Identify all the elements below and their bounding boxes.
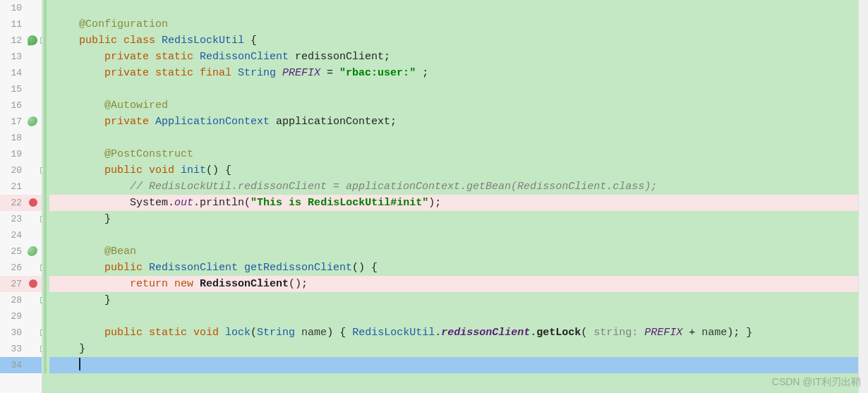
gutter-line[interactable]: 33 — [0, 341, 42, 357]
code-token: ( — [251, 327, 257, 339]
code-token: // RedisLockUtil.redissonClient = applic… — [130, 181, 657, 193]
code-token: static — [155, 67, 200, 79]
code-token: public — [104, 164, 149, 176]
code-token: lock — [225, 327, 251, 339]
code-line[interactable]: System.out.println("This is RedisLockUti… — [49, 195, 858, 211]
code-token: } — [104, 294, 111, 306]
code-token: new — [174, 278, 200, 290]
code-line[interactable]: @Configuration — [49, 16, 858, 32]
code-line[interactable]: } — [49, 292, 858, 308]
overview-ruler[interactable] — [858, 0, 868, 393]
gutter-line[interactable]: 13 — [0, 49, 42, 65]
gutter-line[interactable]: 15 — [0, 81, 42, 97]
code-token: redissonClient — [441, 327, 530, 339]
code-token: return — [130, 278, 174, 290]
code-token: (); — [289, 278, 308, 290]
code-line[interactable]: public void init() { — [49, 162, 858, 179]
code-token: redissonClient — [295, 51, 384, 63]
spring-icon[interactable] — [26, 34, 39, 47]
code-token: { — [251, 35, 257, 47]
code-token: } — [79, 343, 85, 355]
gutter-line[interactable]: 19 — [0, 146, 42, 162]
gutter-line[interactable]: 14 — [0, 65, 42, 81]
code-token: out — [174, 197, 193, 209]
code-area[interactable]: @Configuration public class RedisLockUti… — [49, 0, 858, 393]
gutter-line[interactable]: 17 — [0, 114, 42, 130]
code-token: applicationContext — [276, 116, 390, 128]
code-token: getRedissonClient — [244, 262, 352, 274]
code-token: String — [238, 67, 282, 79]
code-line[interactable] — [49, 0, 858, 16]
gutter-line[interactable]: 21 — [0, 179, 42, 195]
gutter-line[interactable]: 29 — [0, 308, 42, 325]
gutter-line[interactable]: 11 — [0, 16, 42, 32]
breakpoint-icon[interactable] — [29, 279, 37, 288]
gutter-line[interactable]: 16 — [0, 97, 42, 114]
code-token: . — [168, 197, 174, 209]
code-token: println( — [200, 197, 251, 209]
code-token: @PostConstruct — [104, 148, 193, 160]
code-token: final — [200, 67, 238, 79]
gutter-line[interactable]: 23 — [0, 211, 42, 227]
gutter-line[interactable]: 10 — [0, 0, 42, 16]
code-token: RedissonClient — [200, 51, 295, 63]
code-line[interactable] — [49, 308, 858, 325]
code-token: "rbac:user:" — [339, 67, 422, 79]
code-token: ( — [581, 327, 593, 339]
code-line[interactable] — [49, 81, 858, 97]
code-line[interactable]: return new RedissonClient(); — [49, 276, 858, 292]
code-token: private — [104, 67, 155, 79]
line-number-gutter[interactable]: 1011121314151617181920212223242526272829… — [0, 0, 42, 393]
code-line[interactable]: } — [49, 341, 858, 357]
code-line[interactable]: public RedissonClient getRedissonClient(… — [49, 260, 858, 276]
code-token: name — [301, 327, 327, 339]
code-line[interactable]: } — [49, 211, 858, 227]
bean-icon[interactable] — [26, 115, 39, 128]
gutter-line[interactable]: 28 — [0, 292, 42, 308]
code-line[interactable] — [49, 227, 858, 243]
code-line[interactable] — [49, 130, 858, 146]
code-token: private — [104, 116, 155, 128]
code-line[interactable]: public static void lock(String name) { R… — [49, 325, 858, 341]
breakpoint-icon[interactable] — [29, 198, 37, 207]
gutter-line[interactable]: 24 — [0, 227, 42, 243]
code-token: ; — [390, 116, 397, 128]
code-editor: 1011121314151617181920212223242526272829… — [0, 0, 868, 393]
code-token: . — [530, 327, 536, 339]
bean-icon[interactable] — [26, 245, 39, 258]
code-line[interactable] — [49, 357, 858, 373]
code-token: static — [155, 51, 200, 63]
code-token: System — [130, 197, 168, 209]
code-token: = — [327, 67, 339, 79]
code-token: public — [104, 262, 149, 274]
gutter-line[interactable]: 25 — [0, 243, 42, 260]
code-line[interactable]: @Autowired — [49, 97, 858, 114]
gutter-line[interactable]: 34 — [0, 357, 42, 373]
code-line[interactable]: private ApplicationContext applicationCo… — [49, 114, 858, 130]
code-line[interactable]: @Bean — [49, 243, 858, 260]
code-token: + — [689, 327, 701, 339]
code-token: PREFIX — [282, 67, 327, 79]
code-line[interactable]: @PostConstruct — [49, 146, 858, 162]
code-token: init — [181, 164, 206, 176]
gutter-line[interactable]: 18 — [0, 130, 42, 146]
code-token: public — [104, 327, 149, 339]
gutter-line[interactable]: 22 — [0, 195, 42, 211]
code-token: public — [79, 35, 123, 47]
code-line[interactable]: // RedisLockUtil.redissonClient = applic… — [49, 179, 858, 195]
code-token: name — [701, 327, 727, 339]
code-token: RedissonClient — [149, 262, 244, 274]
gutter-line[interactable]: 26 — [0, 260, 42, 276]
code-token: } — [104, 213, 111, 225]
gutter-line[interactable]: 12 — [0, 32, 42, 49]
code-line[interactable]: private static final String PREFIX = "rb… — [49, 65, 858, 81]
code-token: void — [149, 164, 181, 176]
gutter-line[interactable]: 30 — [0, 325, 42, 341]
code-line[interactable]: public class RedisLockUtil { — [49, 32, 858, 49]
gutter-line[interactable]: 27 — [0, 276, 42, 292]
code-line[interactable]: private static RedissonClient redissonCl… — [49, 49, 858, 65]
code-token: "This is RedisLockUtil#init" — [251, 197, 428, 209]
gutter-line[interactable]: 20 — [0, 162, 42, 179]
code-token: ) { — [327, 327, 352, 339]
change-strip — [44, 0, 47, 373]
